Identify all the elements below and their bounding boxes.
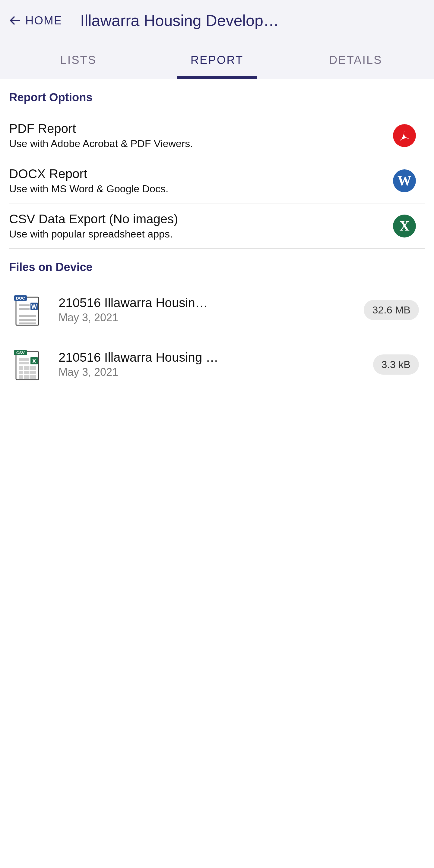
file-name: 210516 Illawarra Housing … (59, 350, 364, 365)
csv-file-icon: CSV X (13, 348, 40, 381)
option-text: CSV Data Export (No images) Use with pop… (9, 212, 387, 240)
word-icon: W (393, 169, 416, 192)
svg-text:W: W (31, 303, 37, 310)
pdf-icon (393, 124, 416, 147)
svg-text:CSV: CSV (16, 350, 25, 355)
tab-bar: LISTS REPORT DETAILS (9, 44, 425, 79)
option-desc: Use with Adobe Acrobat & PDF Viewers. (9, 138, 387, 150)
svg-rect-1 (16, 297, 38, 325)
files-section: Files on Device DOC W 210516 Illawarra H… (9, 261, 425, 392)
svg-rect-20 (19, 375, 23, 379)
file-item-doc[interactable]: DOC W 210516 Illawarra Housin… May 3, 20… (9, 283, 425, 337)
doc-file-icon: DOC W (13, 293, 40, 327)
svg-text:X: X (32, 358, 36, 364)
svg-rect-21 (24, 375, 29, 379)
svg-rect-22 (30, 375, 36, 379)
option-title: PDF Report (9, 121, 387, 136)
option-title: CSV Data Export (No images) (9, 212, 387, 226)
svg-rect-16 (30, 366, 36, 370)
svg-rect-24 (19, 362, 29, 364)
file-item-csv[interactable]: CSV X 210516 Illawarra Housing (9, 337, 425, 392)
option-csv-export[interactable]: CSV Data Export (No images) Use with pop… (9, 204, 425, 249)
option-title: DOCX Report (9, 167, 387, 181)
option-docx-report[interactable]: DOCX Report Use with MS Word & Google Do… (9, 158, 425, 204)
arrow-left-icon (9, 14, 21, 27)
file-info: 210516 Illawarra Housin… May 3, 2021 (59, 296, 355, 324)
option-pdf-report[interactable]: PDF Report Use with Adobe Acrobat & PDF … (9, 113, 425, 158)
file-date: May 3, 2021 (59, 311, 355, 324)
app-header: HOME Illawarra Housing Develop… LISTS RE… (0, 0, 434, 79)
back-home-button[interactable]: HOME (9, 14, 62, 27)
file-size-badge[interactable]: 32.6 MB (364, 300, 419, 320)
option-text: DOCX Report Use with MS Word & Google Do… (9, 167, 387, 195)
file-size-badge[interactable]: 3.3 kB (373, 354, 419, 375)
svg-rect-19 (30, 371, 36, 374)
page-title: Illawarra Housing Develop… (80, 11, 425, 30)
svg-rect-23 (19, 358, 29, 361)
svg-rect-15 (24, 366, 29, 370)
home-label: HOME (25, 14, 62, 27)
option-text: PDF Report Use with Adobe Acrobat & PDF … (9, 121, 387, 150)
file-info: 210516 Illawarra Housing … May 3, 2021 (59, 350, 364, 378)
option-desc: Use with popular spreadsheet apps. (9, 228, 387, 240)
tab-details[interactable]: DETAILS (286, 44, 425, 79)
svg-rect-17 (19, 371, 23, 374)
header-top-bar: HOME Illawarra Housing Develop… (9, 11, 425, 44)
svg-rect-14 (19, 366, 23, 370)
files-on-device-title: Files on Device (9, 261, 425, 274)
excel-icon: X (393, 215, 416, 238)
report-options-title: Report Options (9, 91, 425, 104)
svg-text:DOC: DOC (16, 296, 25, 301)
svg-rect-18 (24, 371, 29, 374)
option-desc: Use with MS Word & Google Docs. (9, 183, 387, 195)
file-date: May 3, 2021 (59, 366, 364, 378)
file-name: 210516 Illawarra Housin… (59, 296, 355, 310)
content-area: Report Options PDF Report Use with Adobe… (0, 79, 434, 392)
tab-lists[interactable]: LISTS (9, 44, 148, 79)
tab-report[interactable]: REPORT (148, 44, 287, 79)
